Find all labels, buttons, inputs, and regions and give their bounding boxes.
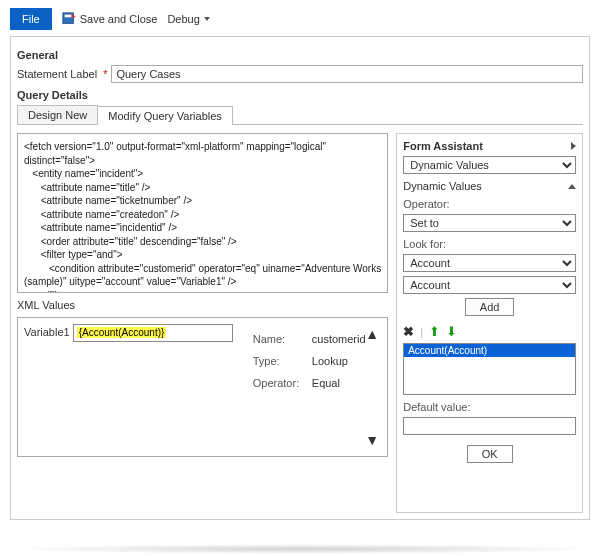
xml-values-title: XML Values xyxy=(17,299,388,311)
list-item[interactable]: Account(Account) xyxy=(404,344,575,357)
file-menu-button[interactable]: File xyxy=(10,8,52,30)
required-asterisk-icon: * xyxy=(103,68,107,80)
collapse-icon[interactable] xyxy=(571,142,576,150)
lookfor-attribute-select[interactable]: Account xyxy=(403,276,576,294)
general-section-title: General xyxy=(17,49,583,61)
operator-select[interactable]: Set to xyxy=(403,214,576,232)
ok-button[interactable]: OK xyxy=(467,445,513,463)
look-for-label: Look for: xyxy=(403,238,576,250)
dynamic-values-section-label: Dynamic Values xyxy=(403,180,482,192)
move-down-icon[interactable]: ⬇ xyxy=(446,324,457,339)
drop-shadow-decoration xyxy=(8,544,598,554)
fetchxml-textarea[interactable]: <fetch version="1.0" output-format="xml-… xyxy=(17,133,388,293)
xml-values-panel: Variable1 {Account(Account)} Name: custo… xyxy=(17,317,388,457)
tab-design-new[interactable]: Design New xyxy=(17,105,98,124)
variable1-label: Variable1 xyxy=(24,326,70,338)
divider-icon: | xyxy=(420,326,423,338)
variable-metadata: Name: customerid Type: Lookup Operator: … xyxy=(253,328,366,450)
form-assistant-title: Form Assistant xyxy=(403,140,483,152)
operator-label: Operator: xyxy=(403,198,576,210)
svg-rect-1 xyxy=(64,15,71,18)
dynamic-values-listbox[interactable]: Account(Account) xyxy=(403,343,576,395)
form-assistant-panel: Form Assistant Dynamic Values Dynamic Va… xyxy=(396,133,583,513)
chevron-up-icon[interactable]: ▲ xyxy=(365,326,379,342)
tab-modify-query-variables[interactable]: Modify Query Variables xyxy=(97,106,233,125)
save-and-close-label: Save and Close xyxy=(80,13,158,25)
chevron-down-icon xyxy=(204,17,210,21)
statement-label-text: Statement Label xyxy=(17,68,97,80)
statement-label-input[interactable] xyxy=(111,65,583,83)
chevron-down-icon[interactable]: ▼ xyxy=(365,432,379,448)
default-value-label: Default value: xyxy=(403,401,576,413)
save-close-icon xyxy=(62,12,76,26)
remove-icon[interactable]: ✖ xyxy=(403,324,414,339)
debug-menu-button[interactable]: Debug xyxy=(167,13,209,25)
form-assistant-mode-select[interactable]: Dynamic Values xyxy=(403,156,576,174)
move-up-icon[interactable]: ⬆ xyxy=(429,324,440,339)
default-value-input[interactable] xyxy=(403,417,576,435)
collapse-up-icon[interactable] xyxy=(568,184,576,189)
add-button[interactable]: Add xyxy=(465,298,515,316)
debug-label: Debug xyxy=(167,13,199,25)
variable1-input[interactable]: {Account(Account)} xyxy=(73,324,233,342)
lookfor-entity-select[interactable]: Account xyxy=(403,254,576,272)
query-details-section-title: Query Details xyxy=(17,89,583,101)
variable1-slug: {Account(Account)} xyxy=(77,327,167,338)
save-and-close-button[interactable]: Save and Close xyxy=(62,12,158,26)
